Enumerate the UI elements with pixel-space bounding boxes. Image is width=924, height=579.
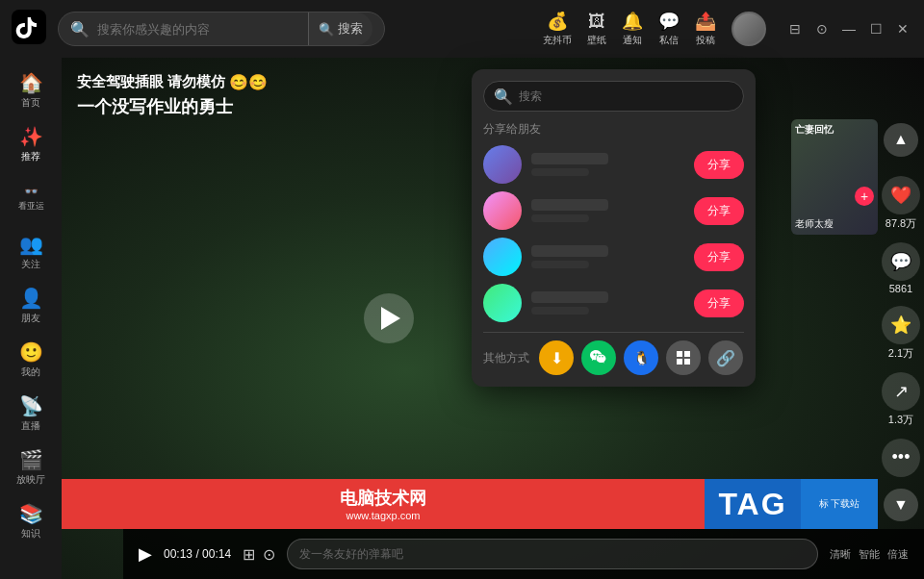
window-close-button[interactable]: ✕ bbox=[893, 19, 912, 38]
share-search-input[interactable] bbox=[519, 89, 733, 103]
svg-rect-3 bbox=[677, 359, 682, 365]
more-button[interactable]: ••• bbox=[882, 439, 920, 477]
window-controls: ⊟ ⊙ — ☐ ✕ bbox=[785, 19, 912, 38]
heart-icon: ❤️ bbox=[882, 176, 920, 214]
cinema-icon: 🎬 bbox=[19, 448, 43, 471]
friend-info bbox=[531, 199, 684, 222]
star-button[interactable]: ⭐ 2.1万 bbox=[882, 306, 920, 361]
sidebar-item-home[interactable]: 🏠 首页 bbox=[4, 65, 58, 115]
top-icons: 💰 充抖币 🖼 壁纸 🔔 通知 💬 私信 📤 投稿 bbox=[543, 11, 766, 47]
svg-rect-1 bbox=[677, 351, 682, 357]
sidebar-item-watch[interactable]: 👓 看亚运 bbox=[4, 173, 58, 223]
search-icon: 🔍 bbox=[70, 20, 90, 38]
star-icon: ⭐ bbox=[882, 306, 920, 344]
share-friend-3-button[interactable]: 分享 bbox=[694, 243, 744, 271]
knowledge-icon: 📚 bbox=[19, 502, 43, 525]
share-action-button[interactable]: ↗ 1.3万 bbox=[882, 372, 920, 427]
video-overlay: 安全驾驶插眼 请勿模仿 😊😊 一个没写作业的勇士 bbox=[77, 73, 268, 118]
search-button[interactable]: 🔍 搜索 bbox=[308, 13, 372, 45]
related-video-thumbnail[interactable]: 亡妻回忆 老师太瘦 + bbox=[791, 119, 878, 235]
comment-input[interactable]: 发一条友好的弹幕吧 bbox=[287, 539, 818, 569]
share-icon: ↗ bbox=[882, 372, 920, 411]
grid-share-button[interactable] bbox=[666, 340, 701, 375]
sidebar-item-mine[interactable]: 🙂 我的 bbox=[4, 335, 58, 385]
share-panel: 🔍 分享给朋友 分享 分享 分享 bbox=[472, 69, 756, 387]
divider bbox=[483, 332, 744, 333]
search-input[interactable] bbox=[97, 22, 300, 37]
friends-icon: 👤 bbox=[19, 287, 43, 310]
share-friend-2-button[interactable]: 分享 bbox=[694, 197, 744, 225]
wallpaper-button[interactable]: 🖼 壁纸 bbox=[587, 12, 606, 47]
friend-sub bbox=[531, 168, 589, 176]
share-friend-row: 分享 bbox=[483, 284, 744, 322]
right-action-panel: ▲ ❤️ 87.8万 💬 5861 ⭐ 2.1万 ↗ 1.3万 ••• ▼ bbox=[878, 115, 924, 521]
sidebar: 🏠 首页 ✨ 推荐 👓 看亚运 👥 关注 👤 朋友 🙂 我的 📡 直播 🎬 放映… bbox=[0, 58, 62, 579]
play-pause-button[interactable]: ▶ bbox=[139, 543, 152, 565]
message-button[interactable]: 💬 私信 bbox=[658, 11, 680, 47]
window-minimize-button[interactable]: — bbox=[839, 19, 859, 38]
top-bar: 🔍 🔍 搜索 💰 充抖币 🖼 壁纸 🔔 通知 💬 私信 📤 投稿 bbox=[0, 0, 924, 58]
username: @木子和又又 1周前 bbox=[77, 484, 413, 501]
scroll-down-button[interactable]: ▼ bbox=[884, 489, 918, 522]
sidebar-item-friends[interactable]: 👤 朋友 bbox=[4, 281, 58, 331]
link-share-button[interactable]: 🔗 bbox=[708, 340, 743, 375]
share-count: 1.3万 bbox=[888, 413, 913, 427]
window-pip-button[interactable]: ⊟ bbox=[785, 19, 805, 38]
share-search-bar[interactable]: 🔍 bbox=[483, 81, 744, 112]
friend-sub bbox=[531, 307, 589, 315]
friend-name bbox=[531, 245, 608, 257]
friend-avatar bbox=[483, 191, 522, 230]
play-button[interactable] bbox=[364, 293, 414, 343]
screen-buttons: ⊞ ⊙ bbox=[243, 545, 275, 564]
recharge-icon: 💰 bbox=[547, 11, 568, 32]
share-friend-4-button[interactable]: 分享 bbox=[694, 290, 744, 317]
message-icon: 💬 bbox=[658, 11, 680, 32]
sidebar-item-cinema[interactable]: 🎬 放映厅 bbox=[4, 442, 58, 492]
plus-icon: + bbox=[860, 189, 868, 204]
video-title: 安全驾驶插眼 请勿模仿 😊😊 bbox=[77, 73, 268, 91]
related-video-add-button[interactable]: + bbox=[855, 187, 874, 206]
svg-rect-2 bbox=[684, 351, 690, 357]
comment-icon: 💬 bbox=[882, 242, 920, 281]
share-friend-row: 分享 bbox=[483, 238, 744, 276]
settings-button[interactable]: ⊙ bbox=[263, 545, 275, 564]
scroll-up-button[interactable]: ▲ bbox=[884, 123, 918, 157]
share-friend-row: 分享 bbox=[483, 191, 744, 230]
like-button[interactable]: ❤️ 87.8万 bbox=[882, 176, 920, 231]
share-friend-1-button[interactable]: 分享 bbox=[694, 151, 744, 179]
comment-button[interactable]: 💬 5861 bbox=[882, 242, 920, 294]
window-settings-button[interactable]: ⊙ bbox=[812, 19, 832, 38]
window-maximize-button[interactable]: ☐ bbox=[866, 19, 886, 38]
sidebar-item-live[interactable]: 📡 直播 bbox=[4, 389, 58, 439]
qq-share-button[interactable]: 🐧 bbox=[624, 340, 658, 375]
related-video-subtitle: 老师太瘦 bbox=[795, 217, 874, 231]
sidebar-item-recommend[interactable]: ✨ 推荐 bbox=[4, 119, 58, 169]
bell-icon: 🔔 bbox=[622, 11, 643, 32]
search-bar[interactable]: 🔍 🔍 搜索 bbox=[58, 12, 385, 46]
live-icon: 📡 bbox=[19, 394, 43, 417]
friend-info bbox=[531, 291, 684, 315]
mine-icon: 🙂 bbox=[19, 340, 43, 364]
notification-button[interactable]: 🔔 通知 bbox=[622, 11, 643, 47]
download-share-button[interactable]: ⬇ bbox=[539, 340, 574, 375]
play-triangle-icon bbox=[381, 307, 400, 330]
friend-info bbox=[531, 153, 684, 176]
post-button[interactable]: 📤 投稿 bbox=[695, 11, 716, 47]
follow-icon: 👥 bbox=[19, 233, 43, 256]
video-user-info: @木子和又又 1周前 我爱她故意的大声笑 也爱她似天气似多变的情绪 #班主任 主… bbox=[77, 484, 413, 521]
friend-info bbox=[531, 245, 684, 268]
share-other-icons: ⬇ 🐧 🔗 bbox=[539, 340, 743, 375]
avatar[interactable] bbox=[732, 12, 766, 46]
friend-sub bbox=[531, 261, 589, 268]
wechat-share-button[interactable] bbox=[581, 340, 616, 375]
recharge-button[interactable]: 💰 充抖币 bbox=[543, 11, 572, 47]
time-display: 00:13 / 00:14 bbox=[164, 547, 231, 561]
sidebar-item-knowledge[interactable]: 📚 知识 bbox=[4, 496, 58, 546]
sidebar-item-follow[interactable]: 👥 关注 bbox=[4, 227, 58, 277]
video-description: 我爱她故意的大声笑 也爱她似天气似多变的情绪 #班主任 主任太瘦 bbox=[77, 505, 413, 521]
hashtag: #班主任 bbox=[326, 506, 368, 519]
friend-avatar bbox=[483, 145, 522, 184]
fullscreen-button[interactable]: ⊞ bbox=[243, 545, 255, 564]
svg-rect-4 bbox=[684, 359, 690, 365]
wallpaper-icon: 🖼 bbox=[588, 12, 605, 32]
